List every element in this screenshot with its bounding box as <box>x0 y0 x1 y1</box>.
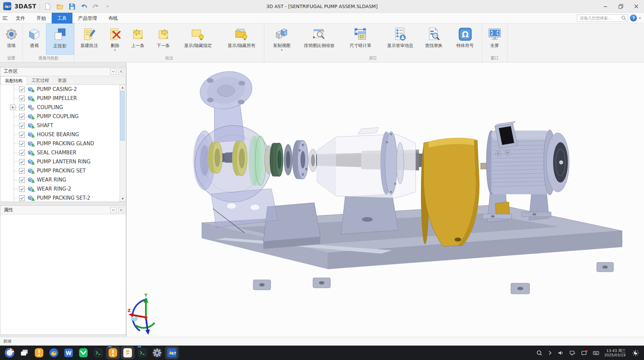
ribbon-button[interactable]: 选项 <box>0 23 22 55</box>
ribbon-button[interactable]: 删除▾ <box>104 23 126 55</box>
ribbon-button[interactable]: 尺寸链计算 <box>339 23 382 55</box>
chevron-right-icon[interactable] <box>548 350 552 356</box>
collapse-panel-button[interactable] <box>110 207 116 213</box>
taskbar-app-launcher[interactable] <box>3 346 16 359</box>
ribbon-button[interactable]: 显示/隐藏所有 <box>219 23 264 55</box>
orientation-gizmo[interactable]: Y Z <box>127 293 155 335</box>
dropdown-caret-icon[interactable]: ▾ <box>281 48 283 52</box>
tree-item[interactable]: HOUSE BEARING <box>0 130 126 139</box>
visibility-checkbox[interactable] <box>19 159 25 165</box>
workspace-tab-3[interactable]: 资源 <box>53 76 71 85</box>
tree-scrollbar[interactable]: ▲ ▼ <box>119 85 125 202</box>
hamburger-icon[interactable] <box>0 16 10 20</box>
terminal-icon <box>93 347 104 358</box>
visibility-checkbox[interactable] <box>19 132 25 138</box>
visibility-checkbox[interactable] <box>19 87 25 92</box>
workspace-tab-2[interactable]: 工艺过程 <box>27 76 53 85</box>
ribbon-button[interactable]: 新建批注 <box>74 23 104 55</box>
ribbon-button[interactable]: 显示/隐藏指定 <box>177 23 219 55</box>
tree-item[interactable]: PUMP COUPLING <box>0 112 126 121</box>
close-panel-button[interactable] <box>118 68 124 74</box>
scroll-down-icon[interactable]: ▼ <box>120 196 125 202</box>
taskbar-app-ast-3d[interactable]: ST <box>165 346 179 359</box>
tree-item[interactable]: PUMP CASING-2 <box>0 85 126 94</box>
workspace-tab-1[interactable]: 装配结构 <box>0 76 27 85</box>
ribbon-button[interactable]: 复制视图▾ <box>264 23 299 55</box>
tree-item[interactable]: PUMP LANTERN RING <box>0 157 126 166</box>
tree-item[interactable]: SHAFT <box>0 121 126 130</box>
tree-item[interactable]: PUMP PACKING GLAND <box>0 139 126 148</box>
taskbar-app-orange-app[interactable] <box>32 346 46 359</box>
search-tray-icon[interactable] <box>536 350 543 356</box>
ribbon-button[interactable]: 查找替换 <box>419 23 448 55</box>
scrollbar-thumb[interactable] <box>120 91 125 141</box>
collapse-panel-button[interactable] <box>110 68 116 74</box>
visibility-checkbox[interactable] <box>19 96 25 101</box>
ribbon-button[interactable]: 正投影 <box>46 23 74 55</box>
close-panel-button[interactable] <box>118 207 124 213</box>
tree-item[interactable]: SEAL CHAMBER <box>0 148 126 157</box>
menu-tab-5[interactable]: 布线 <box>103 13 123 23</box>
taskbar-app-orange-app[interactable] <box>106 346 120 359</box>
tree-item[interactable]: WEAR RING-2 <box>0 185 126 194</box>
help-icon[interactable]: ? <box>630 14 637 21</box>
visibility-checkbox[interactable] <box>19 114 25 119</box>
ribbon-button[interactable]: 显示签审信息 <box>381 23 419 55</box>
tree-item[interactable]: PUMP IMPELLER <box>0 94 126 103</box>
taskbar-app-control-center[interactable] <box>150 346 164 359</box>
more-button[interactable] <box>104 2 112 11</box>
redo-button[interactable] <box>92 2 100 11</box>
minimize-button[interactable] <box>598 0 613 12</box>
brightness-icon[interactable] <box>632 349 639 357</box>
taskbar-app-browser[interactable] <box>47 346 61 359</box>
undo-button[interactable] <box>79 2 88 11</box>
ribbon-button[interactable]: 上一条 <box>126 23 150 55</box>
dropdown-caret-icon[interactable]: ▾ <box>114 48 116 52</box>
scroll-up-icon[interactable]: ▲ <box>120 85 125 90</box>
taskbar-app-wps[interactable]: W <box>62 346 75 359</box>
open-folder-button[interactable] <box>55 2 64 11</box>
close-button[interactable] <box>629 0 644 12</box>
taskbar-app-terminal[interactable] <box>91 346 105 359</box>
restore-button[interactable] <box>613 0 629 12</box>
visibility-checkbox[interactable] <box>19 150 25 156</box>
ribbon-button[interactable]: 按简图比例缩放 <box>299 23 339 55</box>
volume-icon[interactable] <box>557 350 564 356</box>
menu-tab-3[interactable]: 工具 <box>52 13 72 23</box>
ribbon-button[interactable]: 下一条 <box>150 23 177 55</box>
3d-viewport[interactable]: Y Z <box>126 62 644 337</box>
ribbon-button[interactable]: 透视 <box>23 23 46 55</box>
menu-tab-4[interactable]: 产品管理 <box>72 13 103 23</box>
taskbar-app-task-view[interactable] <box>17 346 31 359</box>
tree-item[interactable]: COUPLING <box>0 103 126 112</box>
visibility-checkbox[interactable] <box>19 105 25 110</box>
onboard-keyboard-icon[interactable] <box>593 350 599 356</box>
taskbar-app-mail[interactable] <box>76 346 90 359</box>
tree-item[interactable]: PUMP PACKING SET-2 <box>0 194 126 202</box>
ribbon-toolbar: 选项设置透视正投影透视与投影新建批注删除▾上一条下一条显示/隐藏指定显示/隐藏所… <box>0 23 644 62</box>
display-icon[interactable] <box>569 350 576 356</box>
visibility-checkbox[interactable] <box>19 186 25 192</box>
ribbon-button[interactable]: Ω特殊符号 <box>448 23 482 55</box>
visibility-checkbox[interactable] <box>19 141 25 147</box>
menu-tab-2[interactable]: 开始 <box>31 13 52 23</box>
menu-tab-1[interactable]: 文件 <box>10 13 31 23</box>
help-dropdown-caret-icon[interactable]: ▾ <box>639 16 641 20</box>
taskbar-clock[interactable]: 13:43 周三 2025/03/19 <box>604 349 626 357</box>
properties-panel-header: 属性 <box>0 206 126 214</box>
search-icon[interactable] <box>621 15 627 21</box>
visibility-checkbox[interactable] <box>19 177 25 183</box>
search-input[interactable] <box>577 14 628 22</box>
tree-item[interactable]: WEAR RING <box>0 175 126 185</box>
expand-icon[interactable] <box>10 105 15 110</box>
tree-item[interactable]: PUMP PACKING SET <box>0 166 126 175</box>
notification-icon[interactable] <box>581 350 588 356</box>
visibility-checkbox[interactable] <box>19 168 25 174</box>
save-button[interactable] <box>67 2 76 11</box>
new-document-button[interactable] <box>43 2 52 11</box>
taskbar-app-document-viewer[interactable] <box>121 346 135 359</box>
ribbon-button[interactable]: 全屏 <box>482 23 507 55</box>
taskbar-app-terminal[interactable] <box>136 346 149 359</box>
visibility-checkbox[interactable] <box>19 123 25 128</box>
visibility-checkbox[interactable] <box>19 195 25 201</box>
